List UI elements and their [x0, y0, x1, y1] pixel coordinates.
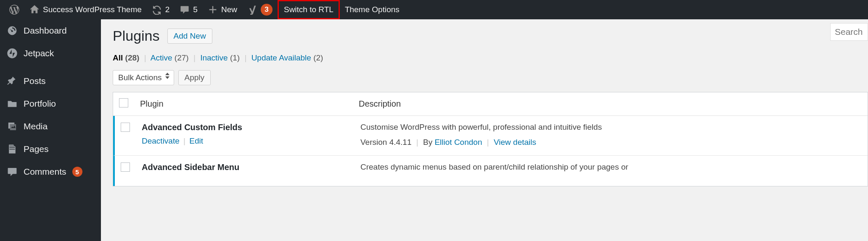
pin-icon: [7, 76, 18, 86]
apply-button[interactable]: Apply: [178, 70, 211, 85]
admin-sidebar: Dashboard Jetpack Posts Portfolio Media …: [0, 19, 101, 241]
filter-links: All (28) | Active (27) | Inactive (1) | …: [113, 53, 868, 63]
plugin-name: Advanced Sidebar Menu: [142, 162, 360, 172]
portfolio-icon: [7, 98, 18, 109]
yoast-icon: [247, 5, 257, 15]
filter-active[interactable]: Active (27): [151, 53, 189, 62]
comments-count: 5: [193, 5, 198, 14]
filter-inactive[interactable]: Inactive (1): [200, 53, 240, 62]
jetpack-icon: [7, 48, 18, 59]
sidebar-item-label: Pages: [24, 144, 49, 154]
search-input[interactable]: [830, 23, 868, 41]
sidebar-item-label: Comments: [24, 167, 66, 177]
bulk-actions-row: Bulk Actions Apply: [113, 70, 868, 85]
refresh-icon: [152, 5, 162, 15]
highlight-annotation: Switch to RTL: [278, 0, 340, 19]
plugin-description: Customise WordPress with powerful, profe…: [360, 123, 862, 132]
plugin-name: Advanced Custom Fields: [142, 123, 360, 132]
comments-link[interactable]: 5: [175, 0, 203, 19]
sidebar-item-posts[interactable]: Posts: [0, 70, 101, 92]
col-desc-header[interactable]: Description: [359, 99, 862, 109]
updates-link[interactable]: 2: [147, 0, 175, 19]
seo-badge: 3: [261, 4, 273, 16]
dashboard-icon: [7, 25, 18, 36]
main-content: Plugins Add New All (28) | Active (27) |…: [101, 19, 868, 241]
author-link[interactable]: Elliot Condon: [434, 138, 482, 147]
plugins-table: Plugin Description Advanced Custom Field…: [113, 92, 868, 186]
svg-point-0: [7, 48, 17, 58]
plugin-description: Creates dynamic menus based on parent/ch…: [360, 162, 862, 172]
sidebar-item-dashboard[interactable]: Dashboard: [0, 19, 101, 42]
theme-options-link[interactable]: Theme Options: [340, 0, 405, 19]
sidebar-item-label: Dashboard: [24, 26, 67, 36]
plugin-meta: Version 4.4.11 | By Elliot Condon | View…: [360, 138, 862, 147]
row-actions: Deactivate | Edit: [142, 136, 360, 146]
site-title: Success WordPress Theme: [43, 5, 142, 14]
comment-icon: [180, 5, 190, 15]
sidebar-item-label: Media: [24, 121, 48, 131]
table-row: Advanced Custom Fields Deactivate | Edit…: [113, 116, 868, 156]
seo-link[interactable]: 3: [242, 0, 278, 19]
rtl-label: Switch to RTL: [284, 5, 333, 14]
new-label: New: [221, 5, 237, 14]
comments-badge: 5: [72, 167, 82, 177]
wordpress-icon: [9, 5, 19, 15]
sidebar-item-label: Posts: [24, 76, 46, 86]
select-all-checkbox[interactable]: [119, 98, 128, 107]
comment-icon: [7, 166, 18, 177]
pages-icon: [7, 144, 18, 155]
filter-all[interactable]: All (28): [113, 53, 139, 62]
view-details-link[interactable]: View details: [494, 138, 536, 147]
sidebar-item-jetpack[interactable]: Jetpack: [0, 42, 101, 65]
new-content-link[interactable]: New: [203, 0, 242, 19]
row-checkbox[interactable]: [121, 123, 130, 132]
sidebar-item-pages[interactable]: Pages: [0, 138, 101, 160]
table-row: Advanced Sidebar Menu Creates dynamic me…: [113, 156, 868, 186]
sidebar-item-media[interactable]: Media: [0, 115, 101, 138]
wp-logo[interactable]: [4, 0, 24, 19]
col-plugin-header[interactable]: Plugin: [140, 99, 359, 109]
edit-link[interactable]: Edit: [189, 136, 203, 145]
page-title: Plugins: [113, 28, 160, 44]
site-link[interactable]: Success WordPress Theme: [24, 0, 147, 19]
table-header: Plugin Description: [113, 92, 868, 116]
home-icon: [29, 5, 40, 15]
media-icon: [7, 121, 18, 132]
bulk-actions-select[interactable]: Bulk Actions: [113, 70, 174, 85]
sidebar-item-portfolio[interactable]: Portfolio: [0, 92, 101, 115]
switch-rtl-link[interactable]: Switch to RTL: [279, 1, 339, 18]
updates-count: 2: [165, 5, 170, 14]
sidebar-item-label: Jetpack: [24, 48, 54, 58]
sidebar-item-label: Portfolio: [24, 99, 56, 109]
theme-options-label: Theme Options: [345, 5, 400, 14]
filter-update[interactable]: Update Available (2): [251, 53, 323, 62]
plus-icon: [208, 5, 218, 15]
add-new-button[interactable]: Add New: [167, 29, 212, 44]
page-header: Plugins Add New: [113, 28, 868, 44]
row-checkbox[interactable]: [121, 162, 130, 172]
deactivate-link[interactable]: Deactivate: [142, 136, 180, 145]
admin-bar: Success WordPress Theme 2 5 New 3 Switch…: [0, 0, 868, 19]
sidebar-item-comments[interactable]: Comments 5: [0, 160, 101, 183]
